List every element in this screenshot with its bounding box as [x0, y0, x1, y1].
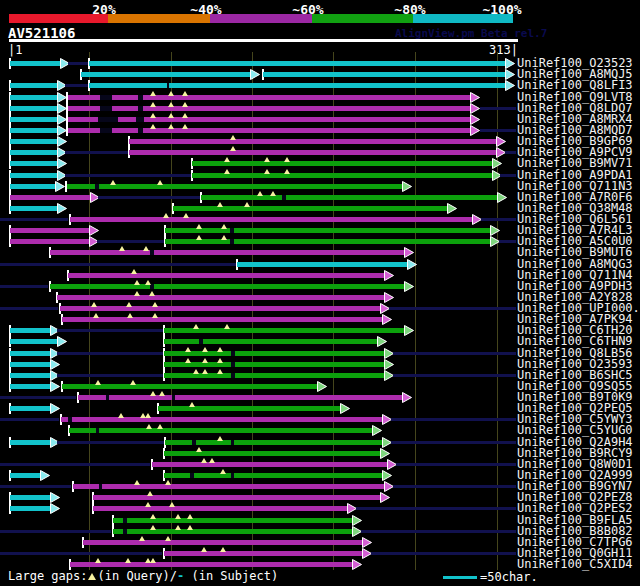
- query-gap-triangle-icon: [150, 113, 156, 118]
- query-gap-triangle-icon: [157, 424, 163, 429]
- ruler-end-label: 313|: [489, 43, 518, 57]
- alignment-bar: [164, 328, 404, 333]
- alignment-bar: [10, 139, 57, 144]
- alignment-bar: [69, 428, 372, 433]
- low-score-line: [480, 107, 516, 110]
- alignment-bar: [60, 306, 380, 311]
- alignment-gap: [231, 362, 235, 367]
- query-gap-triangle-icon: [182, 102, 188, 107]
- low-score-line: [500, 174, 516, 177]
- arrowhead-icon: [505, 58, 516, 69]
- query-gap-triangle-icon: [157, 180, 163, 185]
- alignment-bar: [164, 339, 377, 344]
- query-gap-triangle-icon: [202, 347, 208, 352]
- query-gap-triangle-icon: [147, 491, 153, 496]
- low-score-line: [0, 463, 150, 466]
- large-gaps-legend: Large gaps:(in Query)/- (in Subject): [8, 569, 278, 583]
- scale-segment: [210, 14, 312, 23]
- legend-prefix: Large gaps:: [8, 569, 87, 583]
- alignment-gap: [231, 473, 234, 478]
- query-gap-triangle-icon: [150, 558, 156, 563]
- legend-query-part: (in Query)/: [97, 569, 176, 583]
- scale-segment: [312, 14, 413, 23]
- query-gap-triangle-icon: [187, 514, 193, 519]
- query-gap-triangle-icon: [146, 424, 152, 429]
- query-gap-triangle-icon: [230, 146, 236, 151]
- query-gap-triangle-icon: [182, 113, 188, 118]
- query-gap-triangle-icon: [221, 235, 227, 240]
- alignment-bar: [89, 61, 505, 66]
- alignment-label[interactable]: UniRef100_C5XID4: [517, 559, 633, 570]
- alignment-bar: [10, 384, 50, 389]
- alignment-bar: [50, 284, 404, 289]
- alignment-overview-screen: 20% ~40% ~60% ~80% ~100% AV521106 AlignV…: [0, 0, 640, 586]
- query-gap-triangle-icon: [150, 525, 156, 530]
- low-score-line: [0, 263, 236, 266]
- arrowhead-icon: [384, 359, 395, 370]
- alignment-bar: [10, 440, 50, 445]
- query-gap-triangle-icon: [145, 413, 151, 418]
- query-gap-triangle-icon: [189, 402, 195, 407]
- alignment-gap: [138, 128, 143, 133]
- low-score-line: [57, 352, 163, 355]
- query-gap-triangle-icon: [257, 191, 263, 196]
- query-gap-triangle-icon: [125, 558, 131, 563]
- arrowhead-icon: [50, 403, 61, 414]
- alignment-bar: [10, 106, 57, 111]
- alignment-bar: [10, 495, 50, 500]
- alignment-gap: [231, 373, 235, 378]
- legend-subject-part: (in Subject): [184, 569, 278, 583]
- query-gap-triangle-icon: [196, 235, 202, 240]
- alignment-gap: [231, 440, 234, 445]
- alignment-bar: [81, 72, 250, 77]
- arrowhead-icon: [317, 381, 328, 392]
- query-gap-triangle-icon: [193, 369, 199, 374]
- query-gap-triangle-icon: [127, 313, 133, 318]
- alignment-gap: [100, 106, 112, 111]
- query-gap-triangle-icon: [163, 213, 169, 218]
- low-score-line: [391, 441, 516, 444]
- query-gap-triangle-icon: [150, 102, 156, 107]
- alignment-gap: [230, 239, 234, 244]
- query-gap-triangle-icon: [224, 157, 230, 162]
- alignment-bar: [10, 195, 90, 200]
- alignment-gap: [99, 484, 102, 489]
- arrowhead-icon: [404, 247, 415, 258]
- arrowhead-icon: [250, 69, 261, 80]
- query-gap-triangle-icon: [159, 391, 165, 396]
- arrowhead-icon: [470, 92, 481, 103]
- arrowhead-icon: [89, 225, 100, 236]
- alignment-bar: [10, 161, 57, 166]
- alignment-gap: [106, 395, 109, 400]
- query-gap-triangle-icon: [165, 536, 171, 541]
- query-gap-triangle-icon: [264, 157, 270, 162]
- alignment-bar: [68, 95, 470, 100]
- alignment-bar: [10, 373, 50, 378]
- query-gap-triangle-icon: [134, 291, 140, 296]
- alignment-bar: [70, 217, 472, 222]
- gap-triangle-icon: [88, 573, 96, 580]
- arrowhead-icon: [490, 225, 501, 236]
- alignment-bar: [68, 273, 384, 278]
- alignment-bar: [152, 462, 387, 467]
- query-gap-triangle-icon: [244, 202, 250, 207]
- arrowhead-icon: [377, 336, 388, 347]
- alignment-bar: [129, 150, 496, 155]
- query-gap-triangle-icon: [118, 413, 124, 418]
- alignment-bar: [10, 128, 57, 133]
- query-gap-triangle-icon: [217, 202, 223, 207]
- low-score-line: [0, 418, 59, 421]
- alignment-bar: [164, 351, 384, 356]
- query-gap-triangle-icon: [201, 547, 207, 552]
- alignment-bar: [10, 351, 50, 356]
- query-gap-triangle-icon: [209, 458, 215, 463]
- query-gap-triangle-icon: [183, 213, 189, 218]
- alignment-bar: [73, 484, 384, 489]
- query-gap-triangle-icon: [224, 324, 230, 329]
- low-score-line: [356, 507, 516, 510]
- query-gap-triangle-icon: [152, 302, 158, 307]
- fifty-char-label: =50char.: [480, 570, 538, 584]
- query-gap-triangle-icon: [196, 447, 202, 452]
- scale-segment: [413, 14, 513, 23]
- alignment-bar: [165, 228, 490, 233]
